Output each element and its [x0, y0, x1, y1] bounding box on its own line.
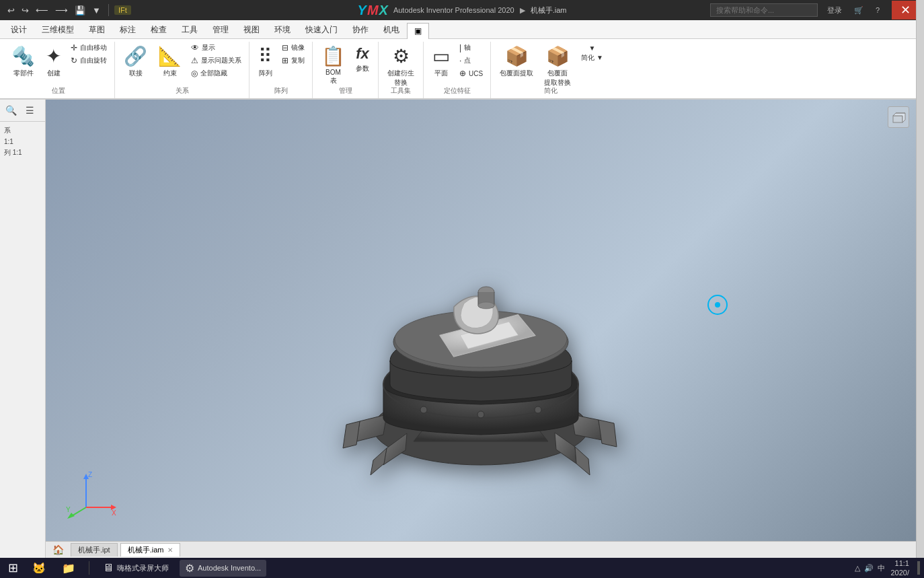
simplify-dropdown-icon: ▼ — [589, 44, 596, 52]
sidebar-label-col: 列 1:1 — [3, 147, 42, 159]
search-input[interactable] — [710, 3, 818, 17]
taskbar-item-folder[interactable]: 📁 — [56, 560, 81, 577]
taskbar-item-cat[interactable]: 🐱 — [27, 560, 51, 577]
btn-joint[interactable]: 🔗 联接 — [119, 42, 152, 81]
cat-icon: 🐱 — [32, 562, 46, 575]
btn-plane[interactable]: ▭ 平面 — [428, 42, 455, 81]
show-desktop-btn[interactable] — [917, 561, 920, 575]
component-icon: 🔩 — [11, 45, 35, 67]
btn-constrain[interactable]: 📐 约束 — [153, 42, 186, 81]
tab-active[interactable]: ▣ — [407, 23, 429, 39]
plane-icon: ▭ — [432, 45, 450, 67]
tab-sketch[interactable]: 草图 — [81, 21, 112, 39]
inventor-icon: ⚙ — [185, 562, 194, 575]
create-icon: ✦ — [46, 45, 61, 67]
joint-icon: 🔗 — [124, 45, 147, 67]
breadcrumb-sep: ▶ — [520, 6, 525, 15]
taskbar-item-screenrecord[interactable]: 🖥 嗨格式录屏大师 — [98, 560, 174, 576]
btn-free-move[interactable]: ✛ 自由移动 — [67, 42, 110, 54]
btn-shrinkwrap-sub[interactable]: 📦 包覆面提取替换 — [539, 42, 576, 91]
btn-bom[interactable]: 📋 BOM表 — [317, 42, 350, 89]
show-issues-icon: ⚠ — [191, 56, 198, 65]
tab-3d-model[interactable]: 三维模型 — [34, 21, 81, 39]
tab-design[interactable]: 设计 — [3, 21, 34, 39]
ribbon-col-move: ✛ 自由移动 ↻ 自由旋转 — [67, 42, 110, 67]
tab-manage[interactable]: 管理 — [205, 21, 236, 39]
home-tab-btn[interactable]: 🏠 — [48, 543, 68, 556]
taskbar-right: △ 🔊 中 11:1 2020/ — [855, 558, 920, 578]
taskbar-item-inventor[interactable]: ⚙ Autodesk Invento... — [180, 560, 266, 577]
file-name: 机械手.iam — [531, 5, 567, 15]
ribbon-col-display: 👁 显示 ⚠ 显示问题关系 ◎ 全部隐藏 — [188, 42, 245, 79]
scrollbar-right[interactable] — [916, 0, 924, 578]
btn-shrinkwrap[interactable]: 📦 包覆面提取 — [495, 42, 538, 81]
btn-pattern[interactable]: ⠿ 阵列 — [254, 42, 277, 81]
logo-y: Y — [358, 3, 367, 18]
sidebar-label-scale: 1:1 — [3, 137, 42, 147]
free-rotate-label: 自由旋转 — [80, 56, 107, 65]
view-cube-btn[interactable] — [888, 106, 909, 128]
plane-label: 平面 — [434, 69, 448, 78]
tab-annotate[interactable]: 标注 — [112, 21, 143, 39]
btn-simplify-dropdown[interactable]: ▼ 简化 ▼ — [577, 42, 607, 65]
sidebar-search-btn[interactable]: 🔍 — [3, 102, 19, 118]
forward-btn[interactable]: ⟶ — [53, 5, 70, 15]
cart-btn[interactable]: 🛒 — [851, 6, 866, 15]
btn-point[interactable]: · 点 — [456, 55, 486, 67]
save-btn[interactable]: 💾 — [73, 5, 87, 15]
group-label-manage: 管理 — [339, 86, 352, 96]
btn-ucs[interactable]: ⊕ UCS — [456, 67, 486, 79]
btn-params[interactable]: fx 参数 — [351, 42, 374, 77]
btn-show-issues[interactable]: ⚠ 显示问题关系 — [188, 55, 245, 67]
btn-derive[interactable]: ⚙ 创建衍生替换 — [383, 42, 419, 91]
qa-dropdown-btn[interactable]: ▼ — [90, 5, 103, 15]
user-login-btn[interactable]: 登录 — [824, 5, 845, 15]
tab-iam[interactable]: 机械手.iam ✕ — [120, 543, 181, 556]
model-svg — [306, 159, 656, 482]
back-btn[interactable]: ⟵ — [34, 5, 50, 15]
shrinkwrap-icon: 📦 — [505, 45, 529, 67]
sidebar: 🔍 ☰ 系 1:1 列 1:1 — [0, 100, 46, 558]
tab-view[interactable]: 视图 — [236, 21, 267, 39]
tab-iam-close[interactable]: ✕ — [167, 546, 173, 554]
start-btn[interactable]: ⊞ — [4, 559, 22, 577]
view-cube[interactable] — [888, 106, 909, 128]
svg-marker-18 — [67, 513, 75, 519]
coord-axes: Z X Y — [66, 467, 120, 521]
rotation-indicator — [707, 295, 728, 315]
btn-create[interactable]: ✦ 创建 — [41, 42, 66, 81]
btn-axis[interactable]: | 轴 — [456, 42, 486, 54]
taskbar-sep — [89, 561, 89, 575]
xyz-logo: Y M X — [358, 3, 388, 18]
point-label: 点 — [464, 56, 471, 65]
btn-component[interactable]: 🔩 零部件 — [7, 42, 40, 81]
redo-btn[interactable]: ↪ — [20, 5, 31, 15]
sidebar-menu-btn[interactable]: ☰ — [22, 102, 38, 118]
tab-tools[interactable]: 工具 — [174, 21, 205, 39]
tab-quickstart[interactable]: 快速入门 — [298, 21, 345, 39]
btn-free-rotate[interactable]: ↻ 自由旋转 — [67, 55, 110, 67]
help-btn[interactable]: ? — [873, 6, 882, 14]
model-area — [46, 100, 916, 541]
close-btn[interactable]: ✕ — [892, 1, 919, 20]
tab-env[interactable]: 环境 — [267, 21, 298, 39]
group-label-relation: 关系 — [176, 86, 189, 96]
bom-label: BOM表 — [325, 69, 341, 85]
tab-ipt[interactable]: 机械手.ipt — [71, 543, 118, 556]
tab-collab[interactable]: 协作 — [345, 21, 376, 39]
copy-icon: ⊞ — [282, 56, 288, 65]
undo-btn[interactable]: ↩ — [5, 5, 17, 15]
clock[interactable]: 11:1 2020/ — [890, 558, 909, 578]
btn-show[interactable]: 👁 显示 — [188, 42, 245, 54]
svg-point-4 — [477, 411, 484, 418]
ribbon-group-workfeature: ▭ 平面 | 轴 · 点 ⊕ UCS 定位特征 — [424, 42, 491, 98]
ribbon-group-toolset: ⚙ 创建衍生替换 工具集 — [379, 42, 424, 98]
ribbon-group-manage: 📋 BOM表 fx 参数 管理 — [313, 42, 379, 98]
tab-elec[interactable]: 机电 — [376, 21, 407, 39]
title-right: 登录 🛒 ? ✕ — [710, 1, 919, 20]
btn-mirror[interactable]: ⊟ 镜像 — [278, 42, 308, 54]
tab-inspect[interactable]: 检查 — [143, 21, 174, 39]
coord-axes-svg: Z X Y — [66, 467, 120, 521]
btn-hide-all[interactable]: ◎ 全部隐藏 — [188, 67, 245, 79]
btn-copy[interactable]: ⊞ 复制 — [278, 55, 308, 67]
